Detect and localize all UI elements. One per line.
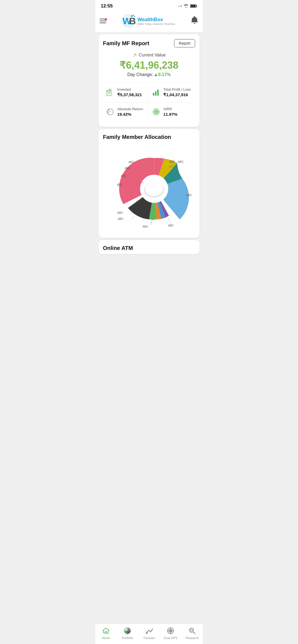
profit-loss-cell: Total Profit / Loss ₹1,04,37,916 (149, 83, 195, 103)
abs-return-cell: ₹ Absolute Return 19.42% (103, 103, 149, 122)
svg-text:ABC: ABC (186, 194, 192, 197)
svg-text:ABC: ABC (169, 160, 175, 163)
svg-point-6 (131, 15, 133, 17)
svg-text:ABC: ABC (117, 211, 123, 214)
notification-dot (105, 18, 107, 20)
svg-text:ABC: ABC (178, 160, 184, 163)
online-atm-title: Online ATM (103, 245, 195, 251)
svg-text:ABC: ABC (129, 161, 134, 164)
svg-rect-1 (196, 5, 197, 7)
triangle-up-icon (154, 74, 158, 76)
svg-text:ABC: ABC (118, 217, 124, 220)
profit-loss-icon (152, 88, 161, 98)
brand-tagline: Better Today, Awesome Tomorrow. (137, 23, 175, 25)
abs-return-value: 19.42% (117, 112, 143, 117)
svg-text:ABC: ABC (168, 224, 174, 227)
invested-cell: Invested ₹5,37,58,321 (103, 83, 149, 103)
xirr-cell: XIRR 11.97% (149, 103, 195, 122)
svg-text:B: B (129, 16, 136, 26)
battery-icon (190, 4, 197, 8)
svg-point-26 (145, 183, 163, 196)
svg-text:₹: ₹ (109, 111, 111, 114)
invested-label: Invested (117, 87, 142, 91)
wb-logo-icon: W B (121, 14, 136, 28)
current-value-label: ↗ Current Value (103, 52, 195, 58)
donut-chart-svg: ABC ABC ABC ABC ABC ABC ABC ABC (103, 145, 195, 233)
svg-line-43 (130, 211, 132, 213)
day-change: Day Change: 0.17% (103, 72, 195, 77)
profit-loss-value: ₹1,04,37,916 (163, 92, 191, 97)
abs-return-icon: ₹ (106, 107, 115, 117)
menu-button[interactable] (100, 19, 106, 23)
allocation-chart: ABC ABC ABC ABC ABC ABC ABC ABC (103, 145, 195, 233)
report-button[interactable]: Report (174, 39, 195, 47)
allocation-title: Family Member Allocation (103, 134, 195, 140)
svg-point-8 (134, 16, 135, 17)
brand-name: WealthBox (137, 17, 175, 23)
trend-up-icon: ↗ (132, 52, 137, 58)
app-header: W B WealthBox Better Today, Awesome Tomo… (95, 11, 203, 32)
mf-report-card: Family MF Report Report ↗ Current Value … (99, 34, 199, 127)
svg-line-47 (150, 219, 153, 225)
svg-text:ABC: ABC (143, 225, 148, 228)
invested-value: ₹5,37,58,321 (117, 92, 142, 97)
svg-rect-9 (107, 90, 111, 96)
xirr-icon (152, 107, 161, 117)
notification-button[interactable] (191, 16, 198, 26)
allocation-card: Family Member Allocation (99, 129, 199, 238)
status-icons (178, 4, 197, 8)
svg-text:ABC: ABC (121, 174, 127, 177)
svg-point-7 (133, 15, 134, 16)
stats-grid: Invested ₹5,37,58,321 Total Profit / Los… (103, 83, 195, 122)
xirr-label: XIRR (163, 107, 177, 111)
status-time: 12:55 (101, 3, 113, 9)
current-value-amount: ₹6,41,96,238 (103, 60, 195, 71)
svg-rect-2 (190, 5, 196, 7)
signal-icon (178, 5, 182, 7)
invested-icon (106, 88, 115, 98)
app-logo: W B WealthBox Better Today, Awesome Tomo… (121, 14, 175, 28)
mf-report-header: Family MF Report Report (103, 39, 195, 47)
svg-line-45 (131, 216, 135, 219)
online-atm-card: Online ATM (99, 240, 199, 254)
abs-return-label: Absolute Return (117, 107, 143, 111)
day-change-value: 0.17% (154, 72, 171, 77)
svg-rect-13 (153, 93, 154, 96)
svg-rect-15 (157, 90, 159, 96)
svg-line-49 (168, 218, 171, 223)
mf-report-title: Family MF Report (103, 40, 149, 47)
bell-icon (191, 16, 198, 25)
profit-loss-label: Total Profit / Loss (163, 87, 191, 91)
svg-text:ABC: ABC (117, 183, 123, 186)
svg-text:ABC: ABC (125, 167, 131, 170)
status-bar: 12:55 (95, 0, 203, 11)
svg-rect-14 (155, 91, 156, 96)
xirr-value: 11.97% (163, 112, 177, 117)
wifi-icon (183, 4, 188, 8)
current-value-section: ↗ Current Value ₹6,41,96,238 Day Change:… (103, 52, 195, 77)
